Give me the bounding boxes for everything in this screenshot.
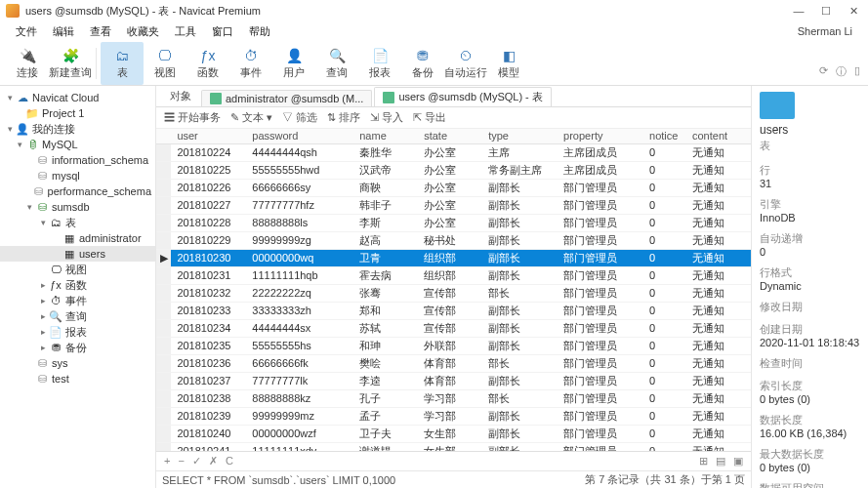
cell[interactable]: 副部长 xyxy=(482,231,558,249)
cell[interactable]: 66666666sy xyxy=(246,179,353,196)
cell[interactable]: 学习部 xyxy=(418,407,482,425)
cell[interactable]: 副部长 xyxy=(482,407,558,425)
cell[interactable]: 无通知 xyxy=(686,231,751,249)
tool-报表[interactable]: 📄报表 xyxy=(358,42,401,85)
cell[interactable]: 副部长 xyxy=(482,214,558,231)
cell[interactable]: 副部长 xyxy=(482,337,558,354)
twist-icon[interactable]: ▾ xyxy=(37,218,49,227)
table-row[interactable]: 20181023333333333zh郑和宣传部副部长部门管理员0无通知 xyxy=(156,302,751,319)
grid-nav-−[interactable]: − xyxy=(176,455,186,468)
cell[interactable]: 201810241 xyxy=(171,442,246,451)
cell[interactable]: 22222222zq xyxy=(246,284,353,302)
cell[interactable]: 部门管理员 xyxy=(558,214,643,231)
cell[interactable]: 88888888kz xyxy=(246,389,353,407)
tree-sumsdb[interactable]: ▾⛁sumsdb xyxy=(0,199,155,215)
cell[interactable]: 201810237 xyxy=(171,372,246,389)
tool-自动运行[interactable]: ⏲自动运行 xyxy=(444,42,487,85)
cell[interactable]: 秦胜华 xyxy=(353,143,418,161)
cell[interactable]: 99999999mz xyxy=(246,407,353,425)
cell[interactable]: 主席团成员 xyxy=(558,161,643,179)
tool-视图[interactable]: 🖵视图 xyxy=(144,42,186,85)
cell[interactable]: 和珅 xyxy=(353,337,418,354)
cell[interactable]: 部门管理员 xyxy=(558,407,643,425)
cell[interactable]: 无通知 xyxy=(686,214,751,231)
twist-icon[interactable]: ▸ xyxy=(37,327,49,337)
panel-refresh-icon[interactable]: ⟳ xyxy=(819,64,828,79)
cell[interactable]: 办公室 xyxy=(418,196,482,214)
cell[interactable]: 宣传部 xyxy=(418,319,482,337)
cell[interactable]: 主席 xyxy=(482,143,558,161)
cell[interactable]: 部门管理员 xyxy=(558,425,643,442)
cell[interactable]: 部门管理员 xyxy=(558,319,643,337)
cell[interactable]: 无通知 xyxy=(686,266,751,284)
cell[interactable]: 0 xyxy=(643,337,686,354)
tree-MySQL[interactable]: ▾🛢MySQL xyxy=(0,137,155,152)
cell[interactable]: 副部长 xyxy=(482,302,558,319)
action-文本[interactable]: ✎ 文本 ▾ xyxy=(230,110,272,125)
cell[interactable]: 无通知 xyxy=(686,143,751,161)
tool-模型[interactable]: ◧模型 xyxy=(487,42,530,85)
cell[interactable]: 0 xyxy=(643,214,686,231)
cell[interactable]: 外联部 xyxy=(418,337,482,354)
cell[interactable]: 201810226 xyxy=(171,179,246,196)
table-row[interactable]: 20181022777777777hfz韩非子办公室副部长部门管理员0无通知 xyxy=(156,196,751,214)
cell[interactable]: 商鞅 xyxy=(353,179,418,196)
cell[interactable]: 无通知 xyxy=(686,389,751,407)
cell[interactable]: 0 xyxy=(643,284,686,302)
menu-文件[interactable]: 文件 xyxy=(10,22,43,41)
cell[interactable]: 汉武帝 xyxy=(353,161,418,179)
cell[interactable]: 樊哙 xyxy=(353,354,418,372)
cell[interactable]: 0 xyxy=(643,196,686,214)
action-开始事务[interactable]: ☰ 开始事务 xyxy=(164,110,221,125)
cell[interactable]: 0 xyxy=(643,425,686,442)
table-row[interactable]: 20181022555555555hwd汉武帝办公室常务副主席主席团成员0无通知 xyxy=(156,161,751,179)
cell[interactable]: 张骞 xyxy=(353,284,418,302)
cell[interactable]: 无通知 xyxy=(686,284,751,302)
cell[interactable]: 0 xyxy=(643,266,686,284)
table-row[interactable]: 20181023555555555hs和珅外联部副部长部门管理员0无通知 xyxy=(156,337,751,354)
cell[interactable]: 部门管理员 xyxy=(558,196,643,214)
cell[interactable]: 部门管理员 xyxy=(558,354,643,372)
twist-icon[interactable]: ▸ xyxy=(37,280,49,290)
col-notice[interactable]: notice xyxy=(643,129,686,143)
cell[interactable]: 女生部 xyxy=(418,425,482,442)
cell[interactable]: 33333333zh xyxy=(246,302,353,319)
tool-查询[interactable]: 🔍查询 xyxy=(315,42,358,85)
table-row[interactable]: 20181022888888888ls李斯办公室副部长部门管理员0无通知 xyxy=(156,214,751,231)
tree-事件[interactable]: ▸⏱事件 xyxy=(0,293,155,308)
cell[interactable]: 无通知 xyxy=(686,302,751,319)
twist-icon[interactable]: ▾ xyxy=(4,124,16,134)
panel-close-icon[interactable]: ▯ xyxy=(854,64,860,79)
cell[interactable]: 0 xyxy=(643,354,686,372)
cell[interactable]: 0 xyxy=(643,249,686,266)
cell[interactable]: 201810236 xyxy=(171,354,246,372)
cell[interactable]: 11111111xdy xyxy=(246,442,353,451)
cell[interactable]: 0 xyxy=(643,407,686,425)
col-property[interactable]: property xyxy=(558,129,643,143)
cell[interactable]: 谢道韫 xyxy=(353,442,418,451)
cell[interactable]: 霍去病 xyxy=(353,266,418,284)
table-row[interactable]: 20181023222222222zq张骞宣传部部长部门管理员0无通知 xyxy=(156,284,751,302)
table-row[interactable]: 20181023888888888kz孔子学习部部长部门管理员0无通知 xyxy=(156,389,751,407)
col-name[interactable]: name xyxy=(353,129,418,143)
cell[interactable]: 201810238 xyxy=(171,389,246,407)
cell[interactable]: 无通知 xyxy=(686,354,751,372)
cell[interactable]: 0 xyxy=(643,389,686,407)
tool-表[interactable]: 🗂表 xyxy=(101,42,144,85)
cell[interactable]: 部门管理员 xyxy=(558,266,643,284)
cell[interactable]: 卫青 xyxy=(353,249,418,266)
menu-编辑[interactable]: 编辑 xyxy=(47,22,80,41)
cell[interactable]: 66666666fk xyxy=(246,354,353,372)
cell[interactable]: 部门管理员 xyxy=(558,372,643,389)
tree-视图[interactable]: 🖵视图 xyxy=(0,262,155,277)
cell[interactable]: 办公室 xyxy=(418,161,482,179)
cell[interactable]: 55555555hwd xyxy=(246,161,353,179)
cell[interactable]: 201810232 xyxy=(171,284,246,302)
cell[interactable]: 44444444qsh xyxy=(246,143,353,161)
cell[interactable]: 77777777hfz xyxy=(246,196,353,214)
cell[interactable]: 0 xyxy=(643,231,686,249)
action-排序[interactable]: ⇅ 排序 xyxy=(327,110,360,125)
table-row[interactable]: 20181024000000000wzf卫子夫女生部副部长部门管理员0无通知 xyxy=(156,425,751,442)
col-type[interactable]: type xyxy=(482,129,558,143)
panel-info-icon[interactable]: ⓘ xyxy=(836,64,847,79)
